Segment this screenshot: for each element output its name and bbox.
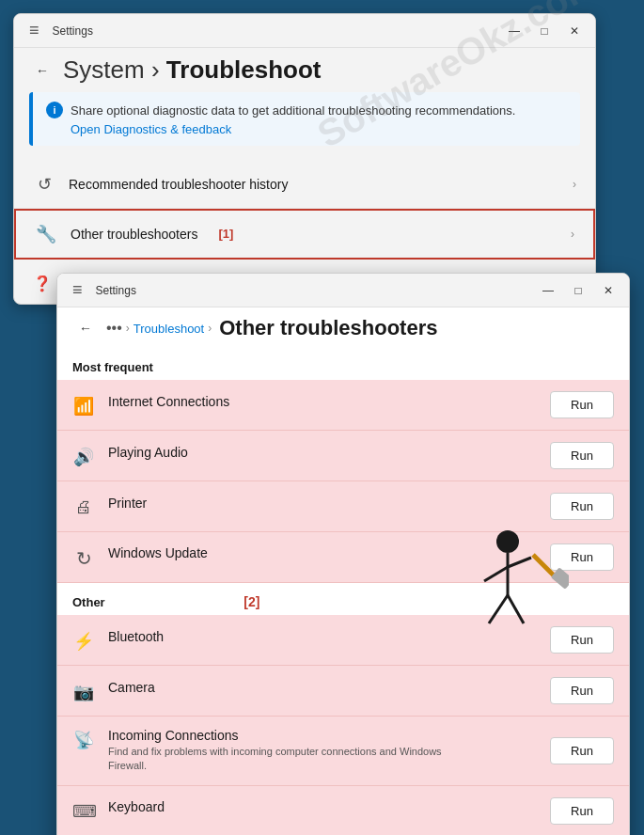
svg-line-3 [508,558,531,567]
run-button-keyboard[interactable]: Run [550,797,614,825]
keyboard-icon: ⌨ [72,801,95,822]
recommended-history-label: Recommended troubleshooter history [69,177,288,192]
run-button-camera[interactable]: Run [550,677,614,704]
nav-bar-2: ← ••• › Troubleshoot › Other troubleshoo… [57,307,629,349]
breadcrumb-sep-right: › [208,322,212,335]
chevron-icon-0: › [573,178,576,191]
chevron-icon-1: › [571,228,574,241]
run-button-internet[interactable]: Run [550,391,614,418]
svg-line-4 [489,595,508,623]
section-most-frequent: Most frequent [57,349,629,380]
minimize-button-2[interactable]: — [535,277,561,304]
stickman-decoration [456,525,569,638]
breadcrumb-dots[interactable]: ••• [106,320,122,337]
breadcrumb-troubleshoot: Troubleshoot [166,55,322,84]
settings-item-other-troubleshooters[interactable]: 🔧 Other troubleshooters [1] › [14,209,595,260]
ts-desc-incoming: Find and fix problems with incoming comp… [108,745,447,774]
banner-text: Share optional diagnostic data to get ad… [71,102,515,120]
ts-row-left-bt: ⚡ Bluetooth [72,629,164,652]
ts-name-audio: Playing Audio [108,445,188,460]
ts-name-camera: Camera [108,680,155,695]
maximize-button-1[interactable]: □ [531,18,558,44]
close-button-2[interactable]: ✕ [595,277,621,304]
window2-title: Settings [96,284,136,297]
nav-bar-1: ← System › Troubleshoot [14,48,595,92]
help-icon: ❓ [33,275,52,292]
run-button-incoming[interactable]: Run [550,737,614,764]
ts-text-kb: Keyboard [108,799,165,814]
breadcrumb-2: ••• › Troubleshoot › [106,320,212,337]
svg-line-2 [484,567,508,581]
info-banner: i Share optional diagnostic data to get … [29,92,580,146]
printer-icon: 🖨 [72,497,95,517]
ts-row-playing-audio: 🔊 Playing Audio Run [57,431,629,481]
ts-text-1: Playing Audio [108,445,188,460]
page-title-2: Other troubleshooters [219,316,437,340]
ts-text-inc: Incoming Connections Find and fix proble… [108,728,447,774]
ts-row-left-0: 📶 Internet Connections [72,394,229,417]
back-button-2[interactable]: ← [72,315,99,341]
breadcrumb-troubleshoot-2[interactable]: Troubleshoot [134,322,204,336]
title-bar-left-2: ≡ Settings [69,276,136,304]
svg-point-0 [496,530,519,553]
ts-row-incoming: 📡 Incoming Connections Find and fix prob… [57,717,629,786]
ts-name-internet: Internet Connections [108,394,229,409]
breadcrumb-sep-1: › [151,55,166,84]
ts-row-internet-connections: 📶 Internet Connections Run [57,380,629,431]
ts-row-keyboard: ⌨ Keyboard Run [57,786,629,835]
title-bar-left-1: ≡ Settings [25,17,93,44]
breadcrumb-system[interactable]: System [63,55,145,84]
ts-row-camera: 📷 Camera Run [57,666,629,717]
tag-label-2: [2] [240,591,263,613]
hamburger-icon-1[interactable]: ≡ [25,17,43,44]
back-button-1[interactable]: ← [29,57,55,84]
ts-row-left-1: 🔊 Playing Audio [72,445,188,467]
other-troubleshooters-label: Other troubleshooters [71,227,197,242]
info-icon: i [46,102,63,118]
incoming-icon: 📡 [72,730,95,750]
wrench-icon: 🔧 [35,224,57,244]
title-bar-2: ≡ Settings — □ ✕ [57,274,629,307]
settings-item-left-1: 🔧 Other troubleshooters [1] [35,224,233,244]
ts-row-left-2: 🖨 Printer [72,496,147,517]
ts-name-incoming: Incoming Connections [108,728,447,743]
ts-row-left-inc: 📡 Incoming Connections Find and fix prob… [72,728,447,774]
wifi-icon: 📶 [72,396,95,417]
update-icon: ↻ [72,547,95,570]
breadcrumb-sep-left: › [126,322,130,335]
ts-text-bt: Bluetooth [108,629,164,644]
page-title-1: System › Troubleshoot [63,55,321,85]
settings-item-recommended-history[interactable]: ↺ Recommended troubleshooter history › [14,161,595,209]
title-bar-controls-1: — □ ✕ [501,18,588,44]
window1-troubleshoot: ≡ Settings — □ ✕ ← System › Troubleshoot… [13,13,596,305]
title-bar-1: ≡ Settings — □ ✕ [14,14,595,48]
bluetooth-icon: ⚡ [72,631,95,652]
hamburger-icon-2[interactable]: ≡ [69,276,86,304]
ts-name-update: Windows Update [108,545,208,560]
maximize-button-2[interactable]: □ [565,277,591,304]
run-button-printer[interactable]: Run [550,493,614,520]
settings-list-1: ↺ Recommended troubleshooter history › 🔧… [14,157,595,263]
ts-row-left-3: ↻ Windows Update [72,545,208,570]
ts-text-cam: Camera [108,680,155,695]
svg-line-5 [508,595,524,623]
ts-text-3: Windows Update [108,545,208,560]
ts-text-0: Internet Connections [108,394,229,409]
settings-item-left-0: ↺ Recommended troubleshooter history [33,174,288,195]
window1-title: Settings [53,24,93,38]
tag-label-1: [1] [218,227,233,241]
run-button-audio[interactable]: Run [550,442,614,469]
close-button-1[interactable]: ✕ [561,18,588,44]
ts-name-keyboard: Keyboard [108,799,165,814]
ts-name-bluetooth: Bluetooth [108,629,164,644]
camera-icon: 📷 [72,682,95,702]
diagnostics-feedback-link[interactable]: Open Diagnostics & feedback [71,122,567,136]
ts-text-2: Printer [108,496,147,511]
ts-name-printer: Printer [108,496,147,511]
svg-rect-7 [551,567,569,590]
minimize-button-1[interactable]: — [501,18,527,44]
ts-row-left-kb: ⌨ Keyboard [72,799,165,822]
history-icon: ↺ [33,174,55,195]
audio-icon: 🔊 [72,447,95,467]
ts-row-left-cam: 📷 Camera [72,680,155,702]
